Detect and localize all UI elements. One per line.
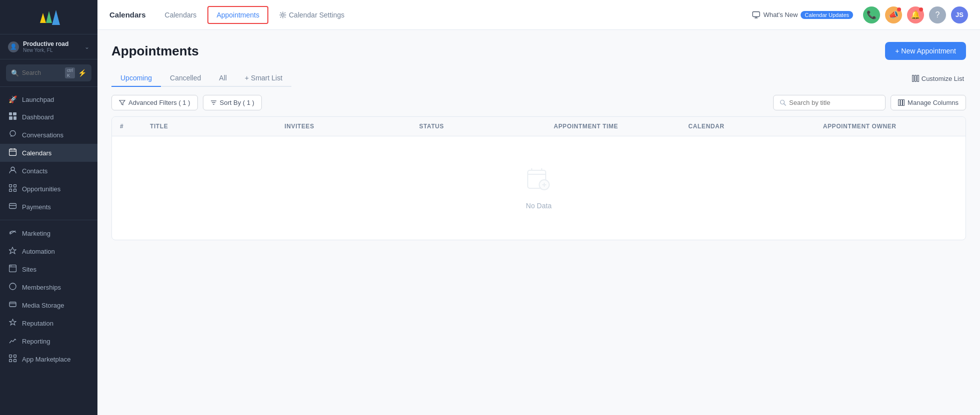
- sidebar-item-reporting[interactable]: Reporting: [0, 332, 97, 350]
- payments-icon: [8, 202, 17, 211]
- sidebar-label-media-storage: Media Storage: [22, 302, 64, 309]
- sidebar-item-app-marketplace[interactable]: App Marketplace: [0, 350, 97, 368]
- nav-divider: [0, 220, 97, 220]
- sidebar-item-conversations[interactable]: Conversations: [0, 126, 97, 144]
- search-box[interactable]: 🔍 ctrl K ⚡: [6, 64, 91, 81]
- sidebar-item-calendars[interactable]: Calendars: [0, 144, 97, 162]
- svg-rect-17: [9, 204, 16, 209]
- sidebar-label-conversations: Conversations: [22, 131, 63, 139]
- svg-rect-38: [917, 75, 919, 82]
- sidebar-label-sites: Sites: [22, 266, 36, 273]
- automation-icon: [8, 247, 17, 256]
- tab-cancelled[interactable]: Cancelled: [161, 70, 210, 87]
- location-selector[interactable]: 👤 Productive road New York, FL ⌄: [0, 34, 97, 59]
- sidebar-item-sites[interactable]: Sites: [0, 260, 97, 278]
- sidebar-item-media-storage[interactable]: Media Storage: [0, 296, 97, 314]
- svg-rect-14: [13, 185, 16, 187]
- sidebar-item-launchpad[interactable]: 🚀 Launchpad: [0, 91, 97, 108]
- manage-columns-button[interactable]: Manage Columns: [891, 95, 966, 110]
- app-marketplace-icon: [8, 355, 17, 364]
- sidebar-item-dashboard[interactable]: Dashboard: [0, 108, 97, 126]
- new-appointment-button[interactable]: + New Appointment: [885, 42, 966, 60]
- svg-rect-36: [912, 75, 914, 82]
- chevron-down-icon: ⌄: [84, 43, 89, 50]
- main-content: Calendars Calendars Appointments Calenda…: [97, 0, 980, 415]
- sort-icon: [210, 99, 217, 106]
- svg-marker-1: [46, 11, 52, 23]
- table-header: # Title Invitees Status Appointment Time…: [112, 117, 966, 136]
- empty-state-text: No Data: [526, 202, 551, 210]
- svg-rect-46: [903, 100, 905, 106]
- svg-rect-8: [9, 149, 16, 156]
- bell-notification-dot: [919, 7, 923, 11]
- calendars-icon: [8, 148, 17, 157]
- sort-by-button[interactable]: Sort By ( 1 ): [203, 95, 262, 110]
- header-nav-title: Calendars: [109, 10, 146, 19]
- calendar-updates-badge: Calendar Updates: [801, 11, 853, 19]
- columns-icon: [912, 75, 919, 82]
- svg-rect-45: [901, 100, 903, 106]
- search-icon: 🔍: [11, 69, 19, 77]
- gear-icon: [279, 11, 286, 18]
- megaphone-notification-dot: [897, 7, 901, 11]
- sidebar-item-payments[interactable]: Payments: [0, 198, 97, 216]
- sidebar-item-marketing[interactable]: Marketing: [0, 224, 97, 242]
- dashboard-icon: [8, 112, 17, 121]
- search-input[interactable]: [22, 69, 62, 76]
- table-empty-state: No Data: [112, 136, 966, 240]
- phone-button[interactable]: 📞: [863, 6, 880, 23]
- help-button[interactable]: ?: [929, 6, 946, 23]
- sidebar-label-memberships: Memberships: [22, 284, 61, 291]
- sidebar-label-reporting: Reporting: [22, 338, 50, 345]
- sidebar-item-reputation[interactable]: Reputation: [0, 314, 97, 332]
- tab-all[interactable]: All: [210, 70, 236, 87]
- sidebar-label-reputation: Reputation: [22, 320, 53, 327]
- page-title-row: Appointments + New Appointment: [111, 42, 966, 60]
- search-title-input[interactable]: [789, 99, 879, 106]
- whats-new-label: What's New: [763, 11, 798, 18]
- sidebar-label-contacts: Contacts: [22, 167, 47, 175]
- sidebar-label-opportunities: Opportunities: [22, 185, 60, 193]
- customize-list-label: Customize List: [922, 75, 964, 82]
- logo-area: [0, 0, 97, 34]
- sidebar-item-contacts[interactable]: Contacts: [0, 162, 97, 180]
- tab-calendar-settings[interactable]: Calendar Settings: [270, 6, 353, 24]
- svg-rect-5: [9, 116, 12, 120]
- svg-rect-31: [13, 360, 16, 362]
- marketing-icon: [8, 229, 17, 238]
- contacts-icon: [8, 166, 17, 175]
- svg-marker-2: [52, 10, 60, 25]
- header-right: What's New Calendar Updates 📞 📣 🔔 ? JS: [747, 6, 968, 23]
- media-storage-icon: [8, 301, 17, 310]
- sidebar-item-automation[interactable]: Automation: [0, 242, 97, 260]
- sidebar-item-memberships[interactable]: Memberships: [0, 278, 97, 296]
- reputation-icon: [8, 319, 17, 328]
- sidebar-item-opportunities[interactable]: Opportunities: [0, 180, 97, 198]
- advanced-filters-button[interactable]: Advanced Filters ( 1 ): [111, 95, 198, 110]
- lightning-icon: ⚡: [78, 69, 86, 77]
- sort-by-label: Sort By ( 1 ): [220, 99, 254, 106]
- tab-appointments[interactable]: Appointments: [207, 6, 268, 24]
- svg-rect-13: [9, 185, 11, 187]
- search-title-area: [773, 95, 886, 110]
- tab-upcoming[interactable]: Upcoming: [111, 70, 161, 87]
- svg-rect-30: [9, 360, 11, 362]
- svg-point-23: [11, 266, 12, 267]
- sidebar-label-marketing: Marketing: [22, 230, 50, 237]
- search-title-icon: [780, 99, 786, 106]
- user-avatar[interactable]: JS: [951, 6, 968, 23]
- customize-list-button[interactable]: Customize List: [912, 75, 966, 82]
- whats-new-button[interactable]: What's New Calendar Updates: [747, 8, 858, 21]
- location-name: Productive road: [23, 40, 80, 47]
- monitor-icon: [752, 11, 760, 19]
- col-calendar: Calendar: [688, 123, 823, 130]
- tab-calendars[interactable]: Calendars: [156, 6, 206, 24]
- sidebar-label-automation: Automation: [22, 248, 55, 255]
- manage-columns-label: Manage Columns: [908, 99, 959, 106]
- sidebar: 👤 Productive road New York, FL ⌄ 🔍 ctrl …: [0, 0, 97, 415]
- search-shortcut: ctrl K: [65, 67, 75, 78]
- svg-point-32: [281, 13, 284, 16]
- col-hash: #: [120, 123, 150, 130]
- sidebar-label-dashboard: Dashboard: [22, 113, 54, 121]
- tab-smart-list[interactable]: + Smart List: [236, 70, 291, 86]
